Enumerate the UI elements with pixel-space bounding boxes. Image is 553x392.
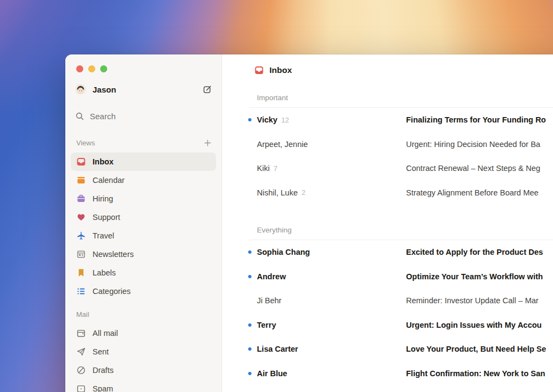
inbox-icon	[254, 65, 264, 75]
unread-dot	[248, 275, 251, 278]
view-title: Inbox	[269, 65, 292, 75]
section-label: Everything	[257, 225, 553, 235]
sidebar-item-label: Spam	[93, 384, 113, 392]
user-avatar	[75, 84, 86, 95]
unread-dot-cell	[245, 299, 257, 302]
bookmark-icon	[76, 268, 86, 278]
paper-plane-icon	[76, 347, 86, 357]
sidebar-item-travel[interactable]: Travel	[71, 226, 216, 245]
sidebar-item-label: All mail	[93, 329, 118, 338]
search-label: Search	[90, 112, 116, 121]
important-section: Important Vicky12Finalizing Terms for Yo…	[222, 93, 553, 205]
unread-dot-cell	[245, 323, 257, 327]
email-subject: Excited to Apply for the Product Des	[406, 248, 543, 256]
email-sender: Kiki	[257, 164, 269, 173]
email-subject: Love Your Product, But Need Help Se	[406, 345, 546, 353]
sidebar-item-drafts[interactable]: Drafts	[71, 361, 216, 379]
email-sender: Vicky	[257, 115, 278, 124]
plus-icon	[204, 139, 212, 147]
unread-dot	[248, 118, 251, 121]
email-rows: Sophia ChangExcited to Apply for the Pro…	[222, 240, 553, 392]
email-row[interactable]: AndrewOptimize Your Team’s Workflow with	[222, 265, 553, 289]
views-section-header: Views	[76, 138, 213, 148]
email-row[interactable]: Johnny, JuliaThe Power of AI in Summarie…	[222, 385, 553, 392]
email-subject: Finalizing Terms for Your Funding Ro	[406, 115, 546, 124]
sidebar-item-label: Categories	[93, 287, 131, 296]
sidebar-item-newsletters[interactable]: Newsletters	[71, 245, 216, 264]
views-list: Inbox Calendar	[65, 152, 222, 301]
email-subject: Reminder: Investor Update Call – Mar	[406, 296, 538, 305]
tray-icon	[76, 328, 86, 338]
sidebar-item-labels[interactable]: Labels	[71, 264, 216, 282]
sidebar-item-label: Travel	[93, 231, 114, 240]
sidebar-item-label: Newsletters	[93, 250, 134, 259]
email-subject: Flight Confirmation: New York to San	[406, 369, 545, 378]
mail-section-label: Mail	[76, 310, 213, 318]
unread-dot-cell	[245, 143, 257, 146]
thread-count: 2	[302, 188, 305, 197]
window-controls	[76, 65, 222, 72]
email-row[interactable]: Air BlueFlight Confirmation: New York to…	[222, 362, 553, 386]
sidebar-item-inbox[interactable]: Inbox	[71, 152, 216, 171]
search-button[interactable]: Search	[75, 109, 213, 122]
view-header: Inbox	[254, 64, 553, 77]
sidebar-item-label: Calendar	[93, 176, 125, 185]
email-sender: Nishil, Luke	[257, 188, 298, 197]
email-row[interactable]: Kiki7Contract Renewal – Next Steps & Neg	[222, 156, 553, 181]
unread-dot	[248, 250, 251, 254]
compose-icon	[202, 84, 212, 94]
email-sender: Andrew	[257, 272, 286, 281]
zoom-window-button[interactable]	[100, 65, 107, 72]
email-sender: Lisa Carter	[257, 345, 298, 353]
unread-dot-cell	[245, 118, 257, 121]
calendar-icon	[76, 175, 86, 185]
unread-dot-cell	[245, 275, 257, 278]
email-subject: Optimize Your Team’s Workflow with	[406, 272, 543, 281]
minimize-window-button[interactable]	[88, 65, 95, 72]
unread-dot-cell	[245, 167, 257, 170]
thread-count: 7	[273, 164, 277, 173]
email-row[interactable]: Vicky12Finalizing Terms for Your Funding…	[222, 108, 553, 132]
account-row[interactable]: Jason	[75, 82, 213, 96]
email-row[interactable]: Sophia ChangExcited to Apply for the Pro…	[222, 240, 553, 265]
unread-dot	[248, 372, 251, 375]
email-subject: Urgent: Login Issues with My Accou	[406, 321, 542, 329]
sidebar-item-calendar[interactable]: Calendar	[71, 171, 216, 189]
add-view-button[interactable]	[202, 137, 213, 148]
email-row[interactable]: Arpeet, JennieUrgent: Hiring Decision Ne…	[222, 132, 553, 157]
email-row[interactable]: Ji BehrReminder: Investor Update Call – …	[222, 289, 553, 313]
sidebar-item-all-mail[interactable]: All mail	[71, 324, 216, 342]
inbox-icon	[76, 157, 86, 167]
close-window-button[interactable]	[76, 65, 83, 72]
email-row[interactable]: Nishil, Luke2Strategy Alignment Before B…	[222, 181, 553, 205]
sidebar-item-spam[interactable]: Spam	[71, 379, 216, 392]
sidebar-item-label: Inbox	[93, 157, 114, 166]
sidebar-item-sent[interactable]: Sent	[71, 342, 216, 361]
email-sender: Air Blue	[257, 369, 287, 378]
sidebar-item-label: Support	[93, 213, 120, 222]
unread-dot	[248, 347, 251, 351]
section-label: Important	[257, 93, 553, 103]
sidebar-item-hiring[interactable]: Hiring	[71, 189, 216, 208]
sidebar-item-support[interactable]: Support	[71, 208, 216, 226]
sidebar-item-label: Labels	[93, 268, 116, 277]
views-section-label: Views	[76, 139, 202, 147]
email-row[interactable]: Lisa CarterLove Your Product, But Need H…	[222, 337, 553, 362]
compose-button[interactable]	[202, 84, 213, 95]
email-sender: Arpeet, Jennie	[257, 140, 308, 149]
email-sender: Terry	[257, 321, 276, 329]
email-row[interactable]: TerryUrgent: Login Issues with My Accou	[222, 313, 553, 338]
sidebar: Jason Search Views	[65, 54, 222, 392]
mail-section-header: Mail	[76, 309, 213, 319]
list-icon	[76, 286, 86, 296]
pencil-circle-icon	[76, 365, 86, 375]
email-subject: Urgent: Hiring Decision Needed for Ba	[406, 140, 540, 149]
unread-dot	[248, 323, 251, 327]
sidebar-item-categories[interactable]: Categories	[71, 282, 216, 301]
unread-dot-cell	[245, 191, 257, 194]
unread-dot-cell	[245, 250, 257, 254]
unread-dot-cell	[245, 372, 257, 375]
account-name: Jason	[93, 85, 202, 94]
briefcase-icon	[76, 194, 86, 204]
heart-icon	[76, 212, 86, 222]
